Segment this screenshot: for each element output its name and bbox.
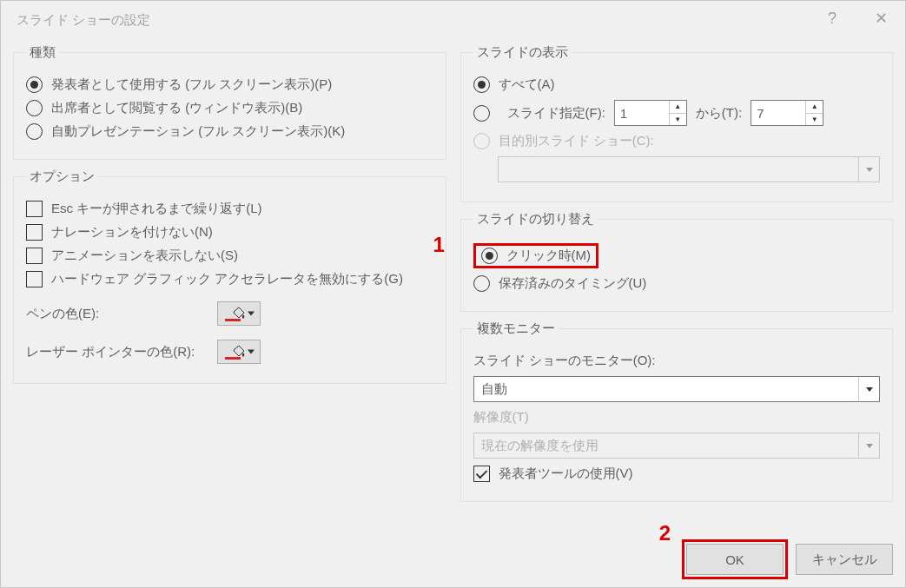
cancel-button-label: キャンセル (812, 552, 877, 568)
close-button[interactable]: ✕ (856, 1, 905, 36)
to-slide-input[interactable] (751, 101, 805, 125)
advance-slides-group: スライドの切り替え 1 クリック時(M) 保存済みのタイミング(U) (460, 211, 894, 312)
monitor-value: 自動 (474, 381, 859, 398)
checkbox-presenter-view[interactable] (473, 466, 490, 482)
spinner-up-icon[interactable]: ▲ (806, 101, 823, 114)
radio-slide-range-label: スライド指定(F): (507, 105, 605, 122)
dropdown-arrow-icon (248, 312, 255, 316)
dropdown-arrow-icon (858, 377, 879, 401)
to-label: から(T): (696, 105, 742, 122)
radio-all-slides-label: すべて(A) (499, 76, 555, 93)
titlebar: スライド ショーの設定 ? ✕ (1, 1, 905, 39)
annotation-1: 1 (433, 233, 445, 257)
radio-browsed-window-label: 出席者として閲覧する (ウィンドウ表示)(B) (51, 100, 302, 116)
checkbox-loop-until-esc[interactable] (26, 201, 43, 217)
highlight-box-1: クリック時(M) (473, 243, 599, 268)
paint-bucket-icon (232, 346, 246, 358)
options-group: オプション Esc キーが押されるまで繰り返す(L) ナレーションを付けない(N… (13, 168, 446, 384)
checkbox-no-narration-label: ナレーションを付けない(N) (51, 224, 213, 241)
color-swatch (225, 319, 241, 321)
radio-custom-show-label: 目的別スライド ショー(C): (499, 133, 654, 149)
spinner-up-icon[interactable]: ▲ (670, 101, 686, 114)
checkbox-disable-hw-accel[interactable] (26, 271, 43, 287)
monitor-label: スライド ショーのモニター(O): (473, 353, 656, 369)
radio-use-timings[interactable] (473, 275, 490, 292)
radio-presenter-fullscreen[interactable] (26, 76, 43, 93)
options-legend: オプション (26, 168, 98, 185)
multiple-monitors-group: 複数モニター スライド ショーのモニター(O): 自動 解像度(T) 現在の解像… (460, 320, 894, 502)
resolution-label: 解像度(T) (473, 409, 529, 426)
dropdown-arrow-icon (858, 157, 879, 182)
radio-all-slides[interactable] (473, 76, 490, 93)
radio-kiosk-fullscreen-label: 自動プレゼンテーション (フル スクリーン表示)(K) (51, 123, 345, 140)
show-type-legend: 種類 (26, 44, 59, 61)
from-slide-input[interactable] (615, 101, 669, 125)
spinner-down-icon[interactable]: ▼ (670, 114, 686, 126)
to-slide-spinner[interactable]: ▲▼ (751, 100, 823, 126)
help-button[interactable]: ? (808, 1, 856, 36)
resolution-dropdown: 現在の解像度を使用 (473, 433, 881, 459)
spinner-down-icon[interactable]: ▼ (806, 114, 823, 126)
monitor-dropdown[interactable]: 自動 (473, 376, 881, 402)
radio-browsed-window[interactable] (26, 100, 43, 116)
checkbox-no-narration[interactable] (26, 224, 43, 241)
radio-slide-range[interactable] (473, 105, 490, 122)
dropdown-arrow-icon (248, 350, 255, 354)
radio-kiosk-fullscreen[interactable] (26, 123, 43, 140)
ok-button[interactable]: OK (686, 544, 784, 575)
show-slides-legend: スライドの表示 (473, 44, 572, 61)
radio-presenter-fullscreen-label: 発表者として使用する (フル スクリーン表示)(P) (51, 76, 332, 93)
radio-on-click-label: クリック時(M) (506, 248, 592, 264)
slideshow-settings-dialog: スライド ショーの設定 ? ✕ 種類 発表者として使用する (フル スクリーン表… (0, 0, 906, 588)
laser-color-label: レーザー ポインターの色(R): (26, 344, 217, 360)
checkbox-no-animation[interactable] (26, 248, 43, 264)
pen-color-label: ペンの色(E): (26, 306, 217, 322)
checkbox-no-animation-label: アニメーションを表示しない(S) (51, 248, 238, 264)
dialog-title: スライド ショーの設定 (17, 12, 150, 29)
custom-show-dropdown (498, 156, 881, 182)
advance-legend: スライドの切り替え (473, 211, 598, 228)
from-slide-spinner[interactable]: ▲▼ (614, 100, 687, 126)
ok-button-label: OK (725, 552, 744, 567)
checkbox-presenter-view-label: 発表者ツールの使用(V) (499, 466, 633, 482)
cancel-button[interactable]: キャンセル (796, 544, 893, 575)
resolution-value: 現在の解像度を使用 (474, 438, 859, 454)
paint-bucket-icon (232, 307, 246, 320)
annotation-2: 2 (659, 521, 671, 545)
radio-use-timings-label: 保存済みのタイミング(U) (499, 275, 647, 292)
laser-color-button[interactable] (217, 340, 261, 364)
pen-color-button[interactable] (217, 301, 261, 326)
dropdown-arrow-icon (858, 433, 879, 458)
show-slides-group: スライドの表示 すべて(A) スライド指定(F): ▲▼ から(T): ▲▼ (460, 44, 894, 202)
show-type-group: 種類 発表者として使用する (フル スクリーン表示)(P) 出席者として閲覧する… (13, 44, 446, 160)
checkbox-loop-until-esc-label: Esc キーが押されるまで繰り返す(L) (51, 201, 262, 217)
color-swatch (225, 357, 241, 360)
checkbox-disable-hw-accel-label: ハードウェア グラフィック アクセラレータを無効にする(G) (51, 271, 403, 287)
radio-custom-show (473, 133, 490, 149)
radio-on-click[interactable] (481, 248, 498, 264)
monitors-legend: 複数モニター (473, 320, 559, 337)
